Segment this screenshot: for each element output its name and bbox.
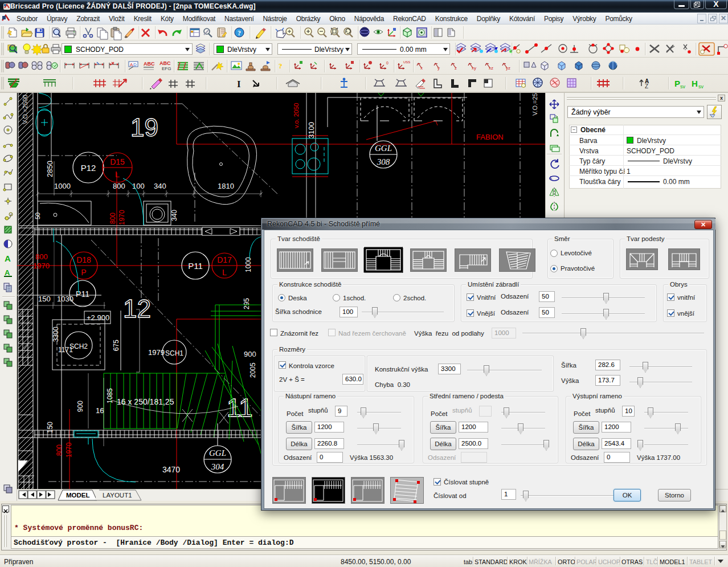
svg-text:P11: P11 xyxy=(76,289,89,299)
svg-text:I: I xyxy=(237,79,241,89)
svg-text:1030: 1030 xyxy=(57,295,73,303)
svg-text:EFG: EFG xyxy=(162,66,171,71)
svg-text:100: 100 xyxy=(132,182,145,190)
svg-text:V.O.=2500: V.O.=2500 xyxy=(22,95,28,124)
svg-text:2850: 2850 xyxy=(46,161,54,177)
svg-text:800: 800 xyxy=(35,252,48,261)
svg-text:GGL: GGL xyxy=(375,144,392,153)
svg-text:D17: D17 xyxy=(217,255,232,264)
svg-text:xy: xy xyxy=(472,66,476,71)
svg-text:150: 150 xyxy=(38,295,51,303)
svg-text:3470: 3470 xyxy=(162,465,180,474)
svg-text:50: 50 xyxy=(34,213,41,219)
svg-text:sv: sv xyxy=(698,84,704,89)
svg-text:P11: P11 xyxy=(188,261,203,271)
svg-text:D15: D15 xyxy=(110,157,125,166)
svg-text:USS: USS xyxy=(403,60,410,64)
svg-text:+2.900: +2.900 xyxy=(87,313,109,322)
svg-text:v.o. 2050: v.o. 2050 xyxy=(293,103,300,128)
svg-text:?: ? xyxy=(238,29,241,37)
svg-text:304: 304 xyxy=(211,462,224,471)
svg-text:1970: 1970 xyxy=(118,210,126,225)
svg-text:800: 800 xyxy=(109,213,117,224)
svg-text:sv: sv xyxy=(680,84,686,89)
svg-text:Z: Z xyxy=(645,83,648,89)
svg-text:16: 16 xyxy=(96,406,104,415)
svg-text:308: 308 xyxy=(377,157,390,166)
svg-text:800: 800 xyxy=(113,182,125,190)
svg-text:800: 800 xyxy=(55,444,63,456)
svg-text:A: A xyxy=(5,254,11,263)
svg-text:295: 295 xyxy=(243,298,251,309)
svg-text:1970: 1970 xyxy=(65,442,73,458)
svg-text:ABC: ABC xyxy=(144,61,155,67)
svg-text:340: 340 xyxy=(154,182,166,190)
svg-text:H: H xyxy=(692,79,698,88)
svg-text:1979: 1979 xyxy=(148,348,165,357)
svg-text:xz: xz xyxy=(489,66,493,71)
svg-text:GGL: GGL xyxy=(209,448,226,458)
svg-text:L: L xyxy=(115,170,120,179)
svg-text:3300: 3300 xyxy=(52,327,60,342)
svg-text:yz: yz xyxy=(506,66,510,71)
svg-text:1171: 1171 xyxy=(58,346,73,354)
svg-text:?: ? xyxy=(279,62,283,70)
svg-text:P: P xyxy=(81,268,86,277)
svg-text:900: 900 xyxy=(244,350,256,358)
svg-text:675: 675 xyxy=(112,340,120,351)
svg-text:ABC: ABC xyxy=(159,60,171,66)
svg-text:x: x xyxy=(420,66,423,71)
svg-text:16 x 250/181,25: 16 x 250/181,25 xyxy=(117,397,174,406)
svg-text:19: 19 xyxy=(130,113,158,141)
svg-text:y: y xyxy=(437,66,440,71)
svg-text:L: L xyxy=(222,268,227,277)
svg-text:12: 12 xyxy=(123,295,151,323)
svg-text:340: 340 xyxy=(170,210,178,221)
svg-text:P12: P12 xyxy=(81,163,96,173)
svg-text:z: z xyxy=(455,66,457,71)
svg-text:1970: 1970 xyxy=(33,262,50,270)
svg-text:1000: 1000 xyxy=(244,257,252,272)
svg-text:MODEL: MODEL xyxy=(66,492,90,499)
svg-text:3100: 3100 xyxy=(307,122,316,138)
svg-text:1000: 1000 xyxy=(54,182,71,190)
svg-text:2005: 2005 xyxy=(249,362,257,378)
svg-text:V.O.=25: V.O.=25 xyxy=(531,93,538,116)
svg-text:900: 900 xyxy=(76,401,84,412)
svg-text:1810: 1810 xyxy=(218,182,234,190)
svg-text:D18: D18 xyxy=(76,255,91,264)
svg-text:SCH1: SCH1 xyxy=(165,349,183,357)
svg-text:P: P xyxy=(674,79,680,88)
svg-text:LAYOUT1: LAYOUT1 xyxy=(103,492,132,499)
svg-text:A: A xyxy=(5,268,10,277)
svg-text:1085: 1085 xyxy=(106,388,114,403)
svg-text:FABION: FABION xyxy=(476,133,504,141)
svg-text:D: D xyxy=(133,62,137,67)
svg-text:0: 0 xyxy=(386,61,388,65)
